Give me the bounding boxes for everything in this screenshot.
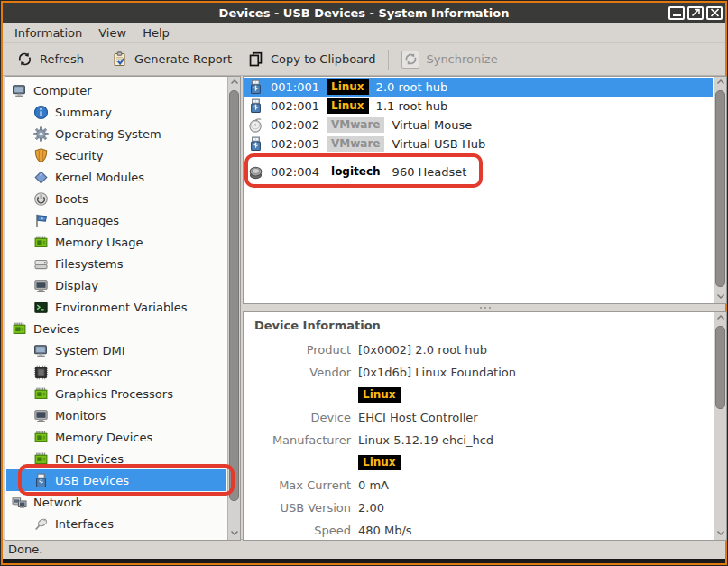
usb-icon bbox=[248, 98, 263, 114]
memory-chip-icon bbox=[12, 321, 27, 337]
partial-icon bbox=[33, 538, 49, 542]
sidebar-item-label: Summary bbox=[55, 106, 112, 119]
toolbar-button-label: Refresh bbox=[40, 52, 84, 66]
sidebar-item-usb-devices[interactable]: USB Devices bbox=[6, 469, 226, 491]
sidebar-item-label: Display bbox=[55, 279, 98, 292]
close-button[interactable] bbox=[706, 6, 723, 20]
sidebar-item-security[interactable]: Security bbox=[6, 144, 226, 166]
info-row-usb-version: USB Version2.00 bbox=[244, 496, 713, 519]
sidebar-item-label: Environment Variables bbox=[55, 301, 188, 314]
sidebar-item-devices[interactable]: Devices bbox=[6, 318, 226, 339]
sidebar-item-filesystems[interactable]: Filesystems bbox=[6, 253, 226, 274]
vendor-badge: VMware bbox=[327, 117, 384, 133]
maximize-icon bbox=[691, 6, 701, 20]
chevron-down-icon bbox=[715, 527, 726, 541]
sidebar-item-operating-system[interactable]: Operating System bbox=[6, 123, 226, 144]
toolbar-button-label: Copy to Clipboard bbox=[271, 52, 375, 66]
vendor-badge: VMware bbox=[327, 136, 384, 152]
device-list-scrollbar[interactable] bbox=[714, 77, 726, 303]
generate-report-button[interactable]: Generate Report bbox=[103, 47, 239, 72]
headset-icon bbox=[248, 164, 263, 180]
refresh-icon bbox=[17, 51, 32, 67]
sidebar-item-network[interactable]: Network bbox=[6, 491, 226, 513]
device-row-001-001[interactable]: 001:001Linux2.0 root hub bbox=[244, 78, 713, 97]
toolbar-button-label: Generate Report bbox=[134, 52, 232, 66]
copy-to-clipboard-button[interactable]: Copy to Clipboard bbox=[239, 47, 382, 72]
sidebar-item-computer[interactable]: Computer bbox=[6, 79, 226, 101]
device-info-scrollbar[interactable] bbox=[714, 312, 726, 540]
sidebar-item-system-dmi[interactable]: System DMI bbox=[6, 339, 226, 361]
title-bar[interactable]: Devices - USB Devices - System Informati… bbox=[3, 3, 725, 23]
info-value: [0x1d6b] Linux Foundation bbox=[358, 366, 516, 379]
scroll-up-button[interactable] bbox=[714, 77, 727, 89]
sidebar-item-graphics-processors[interactable]: Graphics Processors bbox=[6, 383, 226, 404]
sidebar-scrollbar[interactable] bbox=[227, 77, 240, 540]
sidebar-item-label: Devices bbox=[33, 322, 79, 336]
sidebar-item-memory-devices[interactable]: Memory Devices bbox=[6, 426, 226, 448]
maximize-button[interactable] bbox=[687, 6, 704, 20]
sidebar-item-boots[interactable]: Boots bbox=[6, 188, 226, 209]
sidebar-item-label: Security bbox=[55, 149, 103, 162]
sidebar-item-pci-devices[interactable]: PCI Devices bbox=[6, 448, 226, 469]
copy-icon bbox=[248, 51, 263, 67]
device-name: Virtual Mouse bbox=[392, 118, 472, 132]
memory-chip-icon bbox=[33, 430, 49, 445]
sidebar-item-partial[interactable] bbox=[6, 534, 226, 541]
monitor-icon bbox=[33, 278, 49, 293]
sidebar-item-display[interactable]: Display bbox=[6, 274, 226, 296]
sidebar-item-memory-usage[interactable]: Memory Usage bbox=[6, 231, 226, 253]
monitor-icon bbox=[33, 408, 49, 423]
sidebar-item-label: Computer bbox=[33, 84, 92, 97]
synchronize-button[interactable]: Synchronize bbox=[394, 47, 504, 72]
mouse-icon bbox=[248, 117, 263, 133]
sidebar-item-monitors[interactable]: Monitors bbox=[6, 404, 226, 426]
menu-bar: InformationViewHelp bbox=[3, 23, 725, 43]
device-row-002-002[interactable]: 002:002VMwareVirtual Mouse bbox=[244, 116, 713, 135]
device-name: 1.1 root hub bbox=[376, 99, 448, 113]
scroll-down-button[interactable] bbox=[714, 527, 727, 540]
sidebar-item-label: Boots bbox=[55, 192, 88, 206]
scroll-down-button[interactable] bbox=[228, 527, 241, 540]
sidebar-item-label: Kernel Modules bbox=[55, 171, 144, 184]
chevron-up-icon bbox=[715, 312, 726, 326]
menu-help[interactable]: Help bbox=[134, 24, 178, 42]
menu-information[interactable]: Information bbox=[6, 24, 90, 42]
toolbar: RefreshGenerate ReportCopy to ClipboardS… bbox=[3, 43, 725, 76]
panel-splitter[interactable] bbox=[243, 304, 727, 311]
sidebar-item-summary[interactable]: Summary bbox=[6, 101, 226, 123]
sidebar-item-interfaces[interactable]: Interfaces bbox=[6, 513, 226, 534]
sidebar-item-label: Processor bbox=[55, 366, 112, 379]
refresh-button[interactable]: Refresh bbox=[8, 47, 91, 72]
window-bottom-edge bbox=[3, 559, 725, 563]
sidebar-item-environment-variables[interactable]: Environment Variables bbox=[6, 296, 226, 318]
sidebar-item-languages[interactable]: Languages bbox=[6, 209, 226, 231]
os-badge: Linux bbox=[358, 387, 401, 403]
scroll-thumb[interactable] bbox=[715, 90, 725, 287]
device-row-002-001[interactable]: 002:001Linux1.1 root hub bbox=[244, 97, 713, 116]
device-port: 002:002 bbox=[271, 118, 319, 132]
sidebar-item-label: Memory Usage bbox=[55, 236, 143, 249]
status-bar: Done. bbox=[3, 539, 725, 559]
scroll-up-button[interactable] bbox=[714, 312, 727, 325]
network-icon bbox=[12, 495, 27, 510]
sidebar-item-label: Interfaces bbox=[55, 517, 114, 531]
info-row-speed: Speed480 Mb/s bbox=[244, 519, 713, 541]
minimize-button[interactable] bbox=[668, 6, 685, 20]
info-label: Vendor bbox=[244, 366, 351, 379]
info-value: [0x0002] 2.0 root hub bbox=[358, 343, 487, 357]
scroll-thumb[interactable] bbox=[715, 326, 725, 409]
scroll-up-button[interactable] bbox=[228, 77, 241, 89]
device-name: 960 Headset bbox=[392, 165, 467, 179]
device-row-002-004[interactable]: 002:004logitech960 Headset bbox=[244, 160, 713, 183]
scroll-down-button[interactable] bbox=[714, 291, 727, 303]
device-row-002-003[interactable]: 002:003VMwareVirtual USB Hub bbox=[244, 135, 713, 153]
chevron-down-icon bbox=[715, 291, 726, 304]
device-info-panel: Device Information Product[0x0002] 2.0 r… bbox=[243, 311, 727, 541]
sidebar-list: ComputerSummaryOperating SystemSecurityK… bbox=[6, 77, 226, 540]
scroll-thumb[interactable] bbox=[229, 90, 239, 501]
info-value: Linux 5.12.19 ehci_hcd bbox=[358, 433, 493, 447]
sidebar-item-label: System DMI bbox=[55, 344, 125, 357]
sidebar-item-processor[interactable]: Processor bbox=[6, 361, 226, 383]
sidebar-item-kernel-modules[interactable]: Kernel Modules bbox=[6, 166, 226, 188]
menu-view[interactable]: View bbox=[90, 24, 134, 42]
